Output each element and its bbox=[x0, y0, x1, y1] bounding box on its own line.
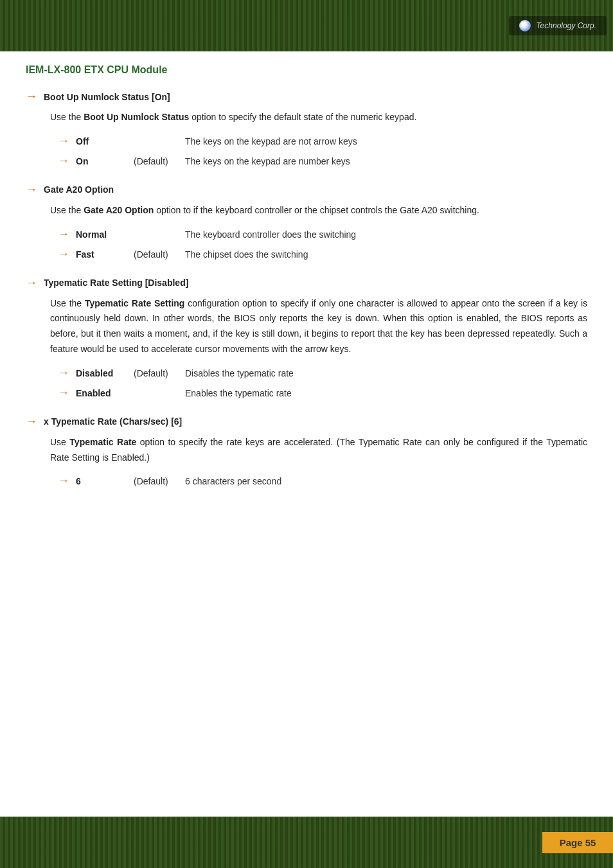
option-default: (Default) bbox=[134, 368, 185, 378]
option-name: Off bbox=[76, 136, 134, 146]
option-row: → Off The keys on the keypad are not arr… bbox=[58, 134, 587, 148]
option-row: → Fast (Default) The chipset does the sw… bbox=[58, 247, 587, 261]
bold-term: Typematic Rate bbox=[69, 437, 136, 447]
section-arrow-icon: → bbox=[26, 415, 37, 429]
option-default: (Default) bbox=[134, 249, 185, 260]
option-desc: 6 characters per second bbox=[185, 476, 281, 486]
section-title-gate-a20: Gate A20 Option bbox=[44, 184, 114, 195]
option-name: Normal bbox=[76, 229, 134, 240]
option-desc: The chipset does the switching bbox=[185, 249, 308, 260]
section-heading-typematic-rate-chars: → x Typematic Rate (Chars/sec) [6] bbox=[26, 415, 587, 429]
section-body-typematic-rate-setting: Use the Typematic Rate Setting configura… bbox=[50, 296, 587, 357]
option-arrow-icon: → bbox=[58, 227, 76, 241]
option-desc: Disables the typematic rate bbox=[185, 368, 294, 378]
page-title: IEM-LX-800 ETX CPU Module bbox=[26, 64, 587, 76]
option-row: → 6 (Default) 6 characters per second bbox=[58, 474, 587, 488]
option-name: Fast bbox=[76, 249, 134, 260]
section-body-typematic-rate-chars: Use Typematic Rate option to specify the… bbox=[50, 435, 587, 466]
option-desc: The keyboard controller does the switchi… bbox=[185, 229, 356, 240]
options-list-typematic-rate-chars: → 6 (Default) 6 characters per second bbox=[58, 474, 587, 488]
logo-text: Technology Corp. bbox=[536, 21, 596, 30]
options-list-typematic-rate-setting: → Disabled (Default) Disables the typema… bbox=[58, 366, 587, 400]
section-heading-boot-numlock: → Boot Up Numlock Status [On] bbox=[26, 90, 587, 103]
section-body-boot-numlock: Use the Boot Up Numlock Status option to… bbox=[50, 110, 587, 125]
bold-term: Gate A20 Option bbox=[84, 205, 154, 215]
option-name: Enabled bbox=[76, 388, 134, 398]
option-desc: Enables the typematic rate bbox=[185, 388, 292, 398]
option-name: 6 bbox=[76, 476, 134, 486]
option-row: → Enabled Enables the typematic rate bbox=[58, 386, 587, 400]
option-desc: The keys on the keypad are number keys bbox=[185, 156, 350, 166]
section-arrow-icon: → bbox=[26, 276, 37, 290]
option-name: Disabled bbox=[76, 368, 134, 378]
bold-term: Boot Up Numlock Status bbox=[84, 112, 189, 122]
section-title-boot-numlock: Boot Up Numlock Status [On] bbox=[44, 92, 170, 102]
section-typematic-rate-chars: → x Typematic Rate (Chars/sec) [6] Use T… bbox=[26, 415, 587, 488]
bold-term: Typematic Rate Setting bbox=[85, 298, 185, 308]
section-heading-typematic-rate-setting: → Typematic Rate Setting [Disabled] bbox=[26, 276, 587, 290]
option-default: (Default) bbox=[134, 156, 185, 166]
options-list-boot-numlock: → Off The keys on the keypad are not arr… bbox=[58, 134, 587, 168]
header-banner: Technology Corp. bbox=[0, 0, 613, 51]
main-content: IEM-LX-800 ETX CPU Module → Boot Up Numl… bbox=[0, 51, 613, 817]
section-arrow-icon: → bbox=[26, 183, 37, 197]
option-row: → Disabled (Default) Disables the typema… bbox=[58, 366, 587, 380]
section-gate-a20: → Gate A20 Option Use the Gate A20 Optio… bbox=[26, 183, 587, 261]
footer-bg-pattern bbox=[0, 817, 613, 868]
section-title-typematic-rate-chars: x Typematic Rate (Chars/sec) [6] bbox=[44, 416, 182, 427]
option-arrow-icon: → bbox=[58, 386, 76, 400]
page-number: Page 55 bbox=[542, 832, 613, 853]
section-title-typematic-rate-setting: Typematic Rate Setting [Disabled] bbox=[44, 278, 188, 288]
company-logo: Technology Corp. bbox=[509, 16, 607, 35]
option-default: (Default) bbox=[134, 476, 185, 486]
section-arrow-icon: → bbox=[26, 90, 37, 103]
option-arrow-icon: → bbox=[58, 154, 76, 168]
options-list-gate-a20: → Normal The keyboard controller does th… bbox=[58, 227, 587, 261]
option-row: → Normal The keyboard controller does th… bbox=[58, 227, 587, 241]
option-arrow-icon: → bbox=[58, 134, 76, 148]
option-name: On bbox=[76, 156, 134, 166]
section-typematic-rate-setting: → Typematic Rate Setting [Disabled] Use … bbox=[26, 276, 587, 400]
option-desc: The keys on the keypad are not arrow key… bbox=[185, 136, 357, 146]
option-arrow-icon: → bbox=[58, 366, 76, 380]
section-boot-numlock: → Boot Up Numlock Status [On] Use the Bo… bbox=[26, 90, 587, 168]
option-row: → On (Default) The keys on the keypad ar… bbox=[58, 154, 587, 168]
logo-icon bbox=[519, 20, 531, 31]
section-body-gate-a20: Use the Gate A20 Option option to if the… bbox=[50, 203, 587, 218]
footer-banner: Page 55 bbox=[0, 817, 613, 868]
option-arrow-icon: → bbox=[58, 474, 76, 488]
option-arrow-icon: → bbox=[58, 247, 76, 261]
section-heading-gate-a20: → Gate A20 Option bbox=[26, 183, 587, 197]
